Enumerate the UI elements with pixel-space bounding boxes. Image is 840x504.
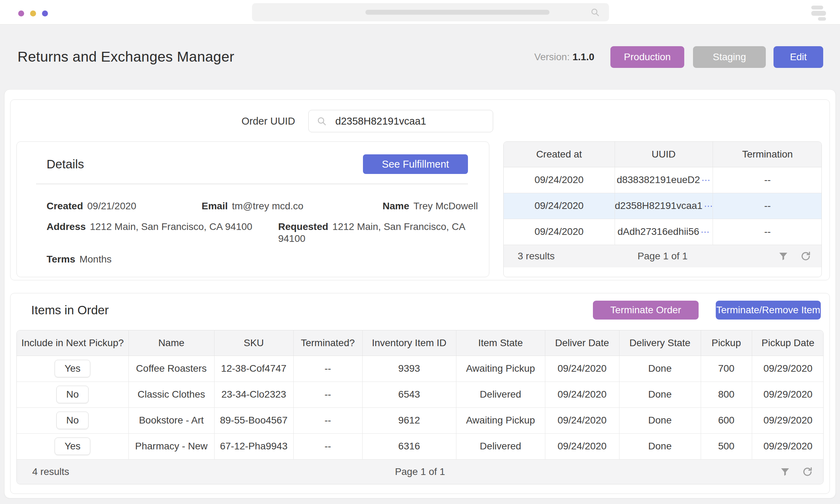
include-toggle-button[interactable]: Yes bbox=[55, 438, 90, 455]
cell-created-at: 09/24/2020 bbox=[504, 193, 615, 219]
cell-include: Yes bbox=[17, 356, 128, 382]
col-terminated: Terminated? bbox=[293, 330, 362, 356]
cell-inventory-item-id: 9393 bbox=[362, 356, 456, 382]
cell-termination: -- bbox=[713, 167, 822, 193]
cell-deliver-date: 09/24/2020 bbox=[545, 356, 619, 382]
items-table: Include in Next Pickup? Name SKU Termina… bbox=[16, 330, 824, 484]
details-divider bbox=[36, 184, 468, 184]
window-dot-close[interactable] bbox=[18, 10, 24, 16]
col-created-at: Created at bbox=[504, 142, 615, 167]
uuid-ellipsis[interactable]: ⋯ bbox=[701, 227, 710, 237]
items-header-row: Include in Next Pickup? Name SKU Termina… bbox=[17, 330, 824, 356]
menu-icon[interactable] bbox=[811, 6, 826, 21]
order-row-selected[interactable]: 09/24/2020 d2358H82191vcaa1⋯ -- bbox=[504, 193, 822, 219]
version-value: 1.1.0 bbox=[573, 51, 594, 62]
filter-icon[interactable] bbox=[780, 467, 790, 477]
col-termination: Termination bbox=[713, 142, 822, 167]
refresh-icon[interactable] bbox=[800, 251, 811, 261]
cell-uuid: dAdh27316edhii56⋯ bbox=[615, 219, 713, 245]
order-uuid-search-row: Order UUID d2358H82191vcaa1 bbox=[10, 110, 830, 132]
production-button[interactable]: Production bbox=[610, 46, 684, 68]
details-fields: Created09/21/2020 Emailtm@trey mcd.co Na… bbox=[17, 200, 489, 265]
cell-terminated: -- bbox=[293, 407, 362, 433]
cell-sku: 67-12-Pha9943 bbox=[214, 433, 293, 459]
include-toggle-button[interactable]: No bbox=[56, 386, 89, 403]
cell-sku: 89-55-Boo4567 bbox=[214, 407, 293, 433]
col-name: Name bbox=[128, 330, 214, 356]
cell-item-state: Awaiting Pickup bbox=[456, 356, 545, 382]
terminate-remove-item-button[interactable]: Terminate/Remove Item bbox=[716, 301, 821, 320]
orders-header-row: Created at UUID Termination bbox=[504, 142, 822, 167]
include-toggle-button[interactable]: No bbox=[56, 412, 89, 429]
browser-topbar bbox=[0, 0, 840, 24]
item-row[interactable]: No Bookstore - Art 89-55-Boo4567 -- 9612… bbox=[17, 407, 824, 433]
cell-deliver-date: 09/24/2020 bbox=[545, 382, 619, 407]
cell-sku: 12-38-Cof4747 bbox=[214, 356, 293, 382]
col-inventory-item-id: Inventory Item ID bbox=[362, 330, 456, 356]
address-placeholder-line bbox=[365, 10, 550, 15]
col-sku: SKU bbox=[214, 330, 293, 356]
items-heading: Items in Order bbox=[31, 303, 109, 317]
cell-inventory-item-id: 6543 bbox=[362, 382, 456, 407]
uuid-ellipsis[interactable]: ⋯ bbox=[701, 175, 710, 185]
cell-delivery-state: Done bbox=[619, 407, 701, 433]
item-row[interactable]: Yes Pharmacy - New 67-12-Pha9943 -- 6316… bbox=[17, 433, 824, 459]
cell-name: Classic Clothes bbox=[128, 382, 214, 407]
cell-pickup-date: 09/29/2020 bbox=[752, 407, 824, 433]
field-requested: Requested1212 Main, San Francisco, CA 94… bbox=[278, 221, 489, 245]
include-toggle-button[interactable]: Yes bbox=[55, 360, 90, 377]
staging-button[interactable]: Staging bbox=[693, 46, 766, 68]
item-row[interactable]: Yes Coffee Roasters 12-38-Cof4747 -- 939… bbox=[17, 356, 824, 382]
search-icon bbox=[316, 116, 327, 126]
cell-name: Bookstore - Art bbox=[128, 407, 214, 433]
item-row[interactable]: No Classic Clothes 23-34-Clo2323 -- 6543… bbox=[17, 382, 824, 407]
cell-pickup-date: 09/29/2020 bbox=[752, 382, 824, 407]
cell-inventory-item-id: 9612 bbox=[362, 407, 456, 433]
search-icon[interactable] bbox=[590, 7, 600, 17]
window-dot-maximize[interactable] bbox=[42, 10, 48, 16]
uuid-ellipsis[interactable]: ⋯ bbox=[704, 201, 713, 211]
cell-pickup: 500 bbox=[701, 433, 752, 459]
order-uuid-input[interactable]: d2358H82191vcaa1 bbox=[308, 110, 493, 132]
field-address: Address1212 Main, San Francisco, CA 9410… bbox=[47, 221, 278, 245]
items-page-indicator: Page 1 of 1 bbox=[17, 466, 823, 477]
see-fulfillment-button[interactable]: See Fulfillment bbox=[363, 154, 468, 174]
col-item-state: Item State bbox=[456, 330, 545, 356]
cell-terminated: -- bbox=[293, 356, 362, 382]
cell-name: Pharmacy - New bbox=[128, 433, 214, 459]
filter-icon[interactable] bbox=[778, 251, 789, 261]
order-row[interactable]: 09/24/2020 d838382191eueD2⋯ -- bbox=[504, 167, 822, 193]
edit-button[interactable]: Edit bbox=[774, 46, 823, 68]
cell-item-state: Delivered bbox=[456, 433, 545, 459]
cell-termination: -- bbox=[713, 219, 822, 245]
window-dot-minimize[interactable] bbox=[30, 10, 36, 16]
cell-sku: 23-34-Clo2323 bbox=[214, 382, 293, 407]
cell-terminated: -- bbox=[293, 433, 362, 459]
order-uuid-label: Order UUID bbox=[241, 115, 295, 127]
items-table-footer: 4 results Page 1 of 1 bbox=[17, 460, 823, 484]
cell-termination: -- bbox=[713, 193, 822, 219]
cell-created-at: 09/24/2020 bbox=[504, 167, 615, 193]
page-title: Returns and Exchanges Manager bbox=[18, 49, 234, 65]
order-uuid-value: d2358H82191vcaa1 bbox=[335, 115, 426, 127]
cell-include: No bbox=[17, 407, 128, 433]
cell-include: No bbox=[17, 382, 128, 407]
field-email: Emailtm@trey mcd.co bbox=[202, 200, 383, 212]
cell-deliver-date: 09/24/2020 bbox=[545, 433, 619, 459]
col-pickup: Pickup bbox=[701, 330, 752, 356]
cell-name: Coffee Roasters bbox=[128, 356, 214, 382]
cell-delivery-state: Done bbox=[619, 382, 701, 407]
order-row[interactable]: 09/24/2020 dAdh27316edhii56⋯ -- bbox=[504, 219, 822, 245]
cell-created-at: 09/24/2020 bbox=[504, 219, 615, 245]
cell-pickup-date: 09/29/2020 bbox=[752, 433, 824, 459]
page-header: Returns and Exchanges Manager Version:1.… bbox=[0, 24, 840, 89]
field-name: NameTrey McDowell bbox=[383, 200, 478, 212]
cell-item-state: Awaiting Pickup bbox=[456, 407, 545, 433]
col-pickup-date: Pickup Date bbox=[752, 330, 824, 356]
refresh-icon[interactable] bbox=[802, 467, 813, 477]
terminate-order-button[interactable]: Terminate Order bbox=[593, 301, 699, 320]
window-controls bbox=[18, 10, 48, 16]
address-bar[interactable] bbox=[252, 3, 609, 21]
orders-table-footer: 3 results Page 1 of 1 bbox=[504, 245, 821, 267]
cell-uuid: d2358H82191vcaa1⋯ bbox=[615, 193, 713, 219]
